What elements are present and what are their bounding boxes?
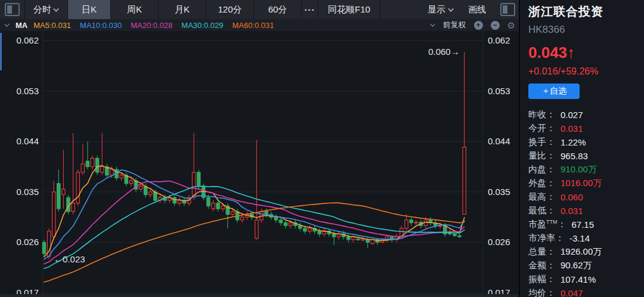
- candle-body: [72, 203, 75, 212]
- stat-row-volume-ratio: 量比：965.83: [528, 149, 639, 163]
- candle-body: [52, 192, 55, 237]
- stat-value: 0.047: [561, 288, 583, 297]
- annotation-label: 0.060→: [428, 47, 460, 57]
- candle-body: [289, 223, 292, 226]
- tab-label: 周K: [127, 4, 142, 16]
- stat-value: 1926.00万: [561, 246, 602, 258]
- stat-value: 0.060: [561, 192, 583, 202]
- stat-value: -3.14: [569, 233, 590, 243]
- tab-strip: 分时日K周K月K120分60分···同花顺F10: [25, 0, 380, 19]
- indicator-bar: MA MA5:0.031MA10:0.030MA20:0.028MA30:0.0…: [0, 19, 520, 31]
- candle-body: [57, 184, 60, 209]
- draw-line-button[interactable]: 画线: [468, 4, 486, 16]
- stock-change: +0.016/+59.26%: [528, 66, 639, 77]
- tab-label: ···: [305, 5, 315, 15]
- candle-body: [178, 200, 181, 203]
- ma-legend-item-ma20: MA20:0.028: [131, 21, 172, 30]
- ma-legend-item-ma60: MA60:0.031: [232, 21, 274, 30]
- y-axis-label-left: 0.062: [16, 35, 39, 45]
- tab-ths-f10[interactable]: 同花顺F10: [318, 0, 380, 19]
- stat-row-low: 最低：0.031: [528, 204, 639, 218]
- candle-body: [240, 217, 243, 220]
- y-axis-labels: 0.0620.0620.0530.0530.0440.0440.0350.035…: [16, 35, 510, 297]
- candle-body: [284, 223, 287, 226]
- stat-value: 107.41%: [561, 274, 596, 284]
- candle-body: [405, 220, 408, 228]
- stat-label: 总量：: [528, 246, 555, 258]
- y-axis-label-left: 0.053: [16, 86, 39, 96]
- tab-time-sharing[interactable]: 分时: [25, 0, 68, 19]
- candle-body: [357, 239, 360, 240]
- toolbar-right: 显示 画线: [428, 0, 520, 19]
- stat-value: 90.62万: [561, 260, 592, 271]
- ma-legend-item-ma10: MA10:0.030: [80, 21, 122, 30]
- tab-monthly-k[interactable]: 月K: [159, 0, 206, 19]
- tab-label: 60分: [268, 4, 287, 16]
- candle-body: [463, 147, 466, 215]
- tab-label: 120分: [218, 4, 242, 16]
- chevron-down-icon[interactable]: [4, 21, 9, 26]
- stat-label: 金额：: [528, 260, 555, 271]
- candle-body: [192, 172, 195, 197]
- candlestick-chart[interactable]: 0.0620.0620.0530.0530.0440.0440.0350.035…: [0, 31, 520, 297]
- gear-icon[interactable]: ⚙: [507, 21, 515, 30]
- y-axis-label-right: 0.053: [488, 86, 510, 96]
- candle-body: [120, 175, 123, 178]
- candle-body: [62, 189, 65, 194]
- stat-label: 最低：: [528, 205, 555, 216]
- y-axis-label-right: 0.044: [488, 136, 510, 146]
- candle-body: [274, 217, 277, 220]
- ma-legend-item-ma30: MA30:0.029: [181, 21, 223, 30]
- candle-body: [86, 161, 89, 166]
- chart-area: 0.0620.0620.0530.0530.0440.0440.0350.035…: [0, 31, 520, 297]
- tab-label: 日K: [82, 4, 97, 16]
- candle-body: [81, 164, 84, 172]
- adjust-mode-label[interactable]: 前复权: [443, 20, 466, 30]
- candle-body: [458, 236, 461, 237]
- stock-code: HK8366: [528, 24, 639, 36]
- tab-120min[interactable]: 120分: [206, 0, 254, 19]
- candle-body: [279, 220, 282, 223]
- annotation-label: ←0.023: [54, 254, 85, 264]
- stat-row-inner-volume: 内盘：910.00万: [528, 163, 639, 177]
- y-axis-label-right: 0.026: [488, 237, 510, 247]
- quote-panel: 浙江联合投资 HK8366 0.043↑ +0.016/+59.26% ＋自选 …: [520, 0, 644, 297]
- toggle-left-panel-button[interactable]: [0, 0, 25, 19]
- candle-body: [332, 234, 335, 237]
- stat-row-outer-volume: 外盘：1016.00万: [528, 177, 639, 190]
- stat-row-pe-ttm: 市盈TTM：67.15: [528, 218, 639, 231]
- stat-row-avg-price: 均价：0.047: [528, 286, 639, 297]
- stat-label: 换手：: [528, 137, 555, 148]
- candle-body: [42, 242, 45, 253]
- display-menu-button[interactable]: 显示: [428, 4, 454, 16]
- candle-body: [197, 172, 200, 187]
- zoom-in-icon[interactable]: +: [474, 21, 483, 30]
- display-menu-label: 显示: [428, 4, 445, 16]
- tab-label: 同花顺F10: [328, 4, 370, 16]
- candle-body: [212, 203, 215, 209]
- stat-row-high: 最高：0.060: [528, 190, 639, 204]
- toggle-right-panel-button[interactable]: [500, 3, 515, 16]
- stat-label: 量比：: [528, 150, 555, 162]
- add-watchlist-button[interactable]: ＋自选: [528, 83, 580, 99]
- stat-row-open: 今开：0.031: [528, 122, 639, 135]
- tab-more[interactable]: ···: [302, 0, 318, 19]
- y-axis-label-right: 0.035: [488, 187, 510, 197]
- candle-body: [361, 239, 364, 240]
- tab-daily-k[interactable]: 日K: [68, 0, 111, 19]
- candle-body: [299, 225, 302, 228]
- tab-60min[interactable]: 60分: [254, 0, 302, 19]
- stat-label: 市净率：: [528, 233, 564, 244]
- chart-section: 分时日K周K月K120分60分···同花顺F10 显示 画线 MA MA5:0.…: [0, 0, 520, 297]
- tab-weekly-k[interactable]: 周K: [111, 0, 159, 19]
- candle-body: [410, 220, 413, 223]
- stat-label: 均价：: [528, 287, 555, 297]
- indicator-right: 前复权 + − ⚙: [432, 20, 520, 30]
- stat-value: 67.15: [572, 219, 595, 230]
- scroll-indicator[interactable]: [0, 33, 2, 70]
- candle-body: [366, 240, 369, 243]
- zoom-out-icon[interactable]: −: [491, 21, 500, 30]
- chevron-down-icon[interactable]: [430, 21, 435, 26]
- candle-body: [414, 222, 417, 223]
- stat-label: 昨收：: [528, 109, 555, 120]
